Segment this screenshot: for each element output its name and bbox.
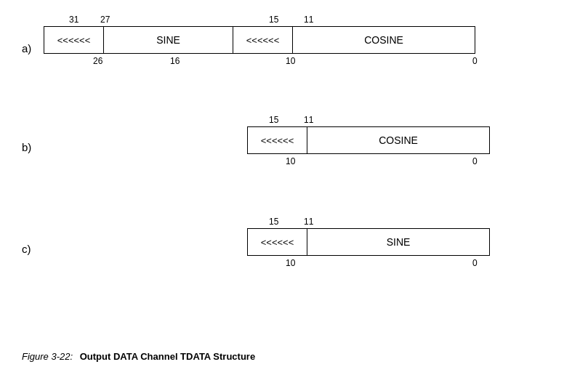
- bit-b-15: 15: [269, 115, 278, 125]
- bit-a-10: 10: [286, 56, 295, 66]
- box-b-2: COSINE: [307, 126, 490, 154]
- boxes-row-a: <<<<<< SINE <<<<<< COSINE: [44, 26, 475, 54]
- box-b-1: <<<<<<: [247, 126, 307, 154]
- label-b: b): [22, 141, 31, 153]
- box-a-3: <<<<<<: [233, 26, 292, 54]
- box-c-1: <<<<<<: [247, 228, 307, 256]
- box-a-4: COSINE: [292, 26, 475, 54]
- bit-a-16: 16: [170, 56, 180, 66]
- bit-a-0: 0: [472, 56, 478, 66]
- bit-a-26: 26: [93, 56, 102, 66]
- bit-c-15: 15: [269, 217, 278, 227]
- bit-c-0: 0: [472, 258, 478, 268]
- label-c: c): [22, 243, 31, 255]
- bit-a-27: 27: [100, 15, 110, 25]
- bit-a-11: 11: [304, 15, 313, 25]
- bit-c-11: 11: [304, 217, 313, 227]
- bit-b-11: 11: [304, 115, 313, 125]
- page-container: a) 31 27 15 11 <<<<<< SINE <<<<<< COSINE…: [0, 0, 588, 375]
- caption: Figure 3-22: Output DATA Channel TDATA S…: [22, 351, 255, 362]
- boxes-row-b: <<<<<< COSINE: [44, 126, 490, 154]
- bit-a-31: 31: [69, 15, 78, 25]
- bit-b-10: 10: [286, 156, 295, 166]
- boxes-row-c: <<<<<< SINE: [44, 228, 490, 256]
- bit-c-10: 10: [286, 258, 295, 268]
- box-c-2: SINE: [307, 228, 490, 256]
- bit-a-15: 15: [269, 15, 278, 25]
- caption-figure: Figure 3-22:: [22, 351, 73, 362]
- box-a-2: SINE: [103, 26, 233, 54]
- caption-text: Output DATA Channel TDATA Structure: [80, 351, 255, 362]
- label-a: a): [22, 42, 31, 55]
- box-a-1: <<<<<<: [44, 26, 103, 54]
- bit-b-0: 0: [472, 156, 478, 166]
